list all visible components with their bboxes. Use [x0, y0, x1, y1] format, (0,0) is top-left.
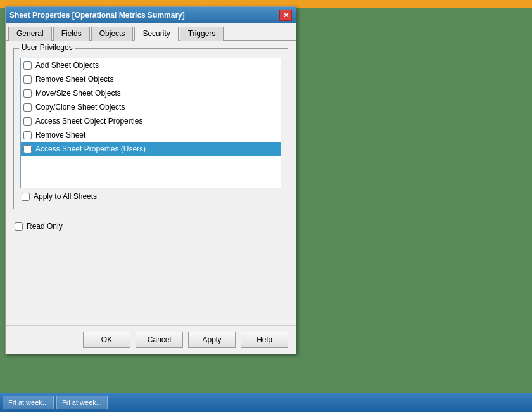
checkbox-add-sheet-objects[interactable]: [23, 61, 32, 70]
ok-button[interactable]: OK: [83, 332, 130, 348]
apply-to-all-sheets-label: Apply to All Sheets: [34, 192, 97, 201]
title-bar: Sheet Properties [Operational Metrics Su…: [6, 7, 296, 23]
read-only-checkbox[interactable]: [15, 222, 23, 231]
dialog-body: User Privileges Add Sheet Objects Remove…: [6, 41, 296, 354]
help-button[interactable]: Help: [241, 332, 288, 348]
tab-fields[interactable]: Fields: [53, 27, 90, 41]
list-item-access-sheet-object-properties[interactable]: Access Sheet Object Properties: [21, 114, 281, 128]
group-title: User Privileges: [19, 43, 75, 52]
taskbar: Fri at week... Fri at week...: [0, 393, 532, 412]
read-only-row: Read Only: [13, 217, 288, 232]
list-item-remove-sheet-objects[interactable]: Remove Sheet Objects: [21, 72, 281, 86]
apply-to-all-sheets-checkbox[interactable]: [22, 193, 30, 201]
list-item-copy-clone-sheet-objects[interactable]: Copy/Clone Sheet Objects: [21, 100, 281, 114]
user-privileges-group: User Privileges Add Sheet Objects Remove…: [13, 48, 288, 209]
tab-general[interactable]: General: [8, 27, 52, 41]
sheet-properties-dialog: Sheet Properties [Operational Metrics Su…: [5, 6, 296, 354]
apply-button[interactable]: Apply: [188, 332, 236, 348]
checkbox-remove-sheet[interactable]: [23, 131, 32, 139]
list-item-access-sheet-properties-users[interactable]: Access Sheet Properties (Users): [21, 142, 281, 156]
checkbox-access-sheet-properties-users[interactable]: [23, 145, 32, 153]
tab-triggers[interactable]: Triggers: [180, 27, 224, 41]
tabs-row: General Fields Objects Security Triggers: [6, 23, 296, 41]
list-item-add-sheet-objects[interactable]: Add Sheet Objects: [21, 58, 281, 72]
apply-to-all-sheets-row: Apply to All Sheets: [20, 188, 281, 202]
list-item-remove-sheet[interactable]: Remove Sheet: [21, 128, 281, 142]
tab-objects[interactable]: Objects: [91, 27, 134, 41]
read-only-label: Read Only: [27, 222, 63, 231]
close-button[interactable]: ✕: [279, 10, 292, 21]
title-bar-buttons: ✕: [279, 10, 292, 21]
dialog-title: Sheet Properties [Operational Metrics Su…: [10, 11, 185, 20]
taskbar-item-2[interactable]: Fri at week...: [56, 396, 108, 409]
checkbox-copy-clone-sheet-objects[interactable]: [23, 103, 32, 112]
taskbar-item-1[interactable]: Fri at week...: [3, 396, 54, 409]
tab-security[interactable]: Security: [134, 27, 178, 41]
list-empty-space: [21, 156, 281, 188]
checkbox-access-sheet-object-properties[interactable]: [23, 117, 32, 126]
bottom-bar: OK Cancel Apply Help: [6, 325, 296, 354]
privileges-list: Add Sheet Objects Remove Sheet Objects M…: [20, 58, 281, 188]
checkbox-remove-sheet-objects[interactable]: [23, 75, 32, 84]
cancel-button[interactable]: Cancel: [136, 332, 183, 348]
checkbox-move-size-sheet-objects[interactable]: [23, 89, 32, 98]
list-item-move-size-sheet-objects[interactable]: Move/Size Sheet Objects: [21, 86, 281, 100]
